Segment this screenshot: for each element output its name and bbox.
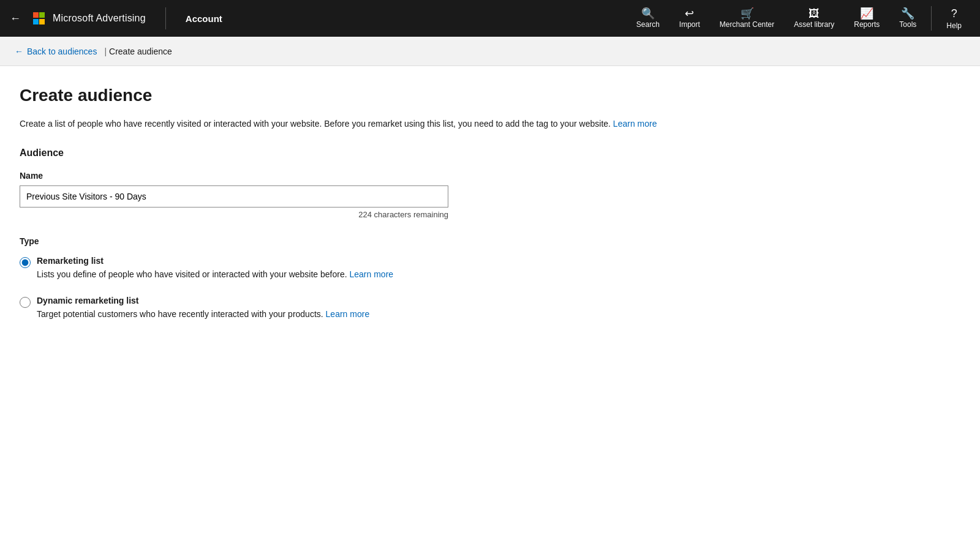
asset-library-label: Asset library <box>794 20 834 29</box>
breadcrumb-bar: ← Back to audiences | Create audience <box>0 37 980 66</box>
nav-item-tools[interactable]: 🔧 Tools <box>891 4 925 32</box>
tools-label: Tools <box>899 20 916 29</box>
remarketing-label: Remarketing list <box>37 256 393 266</box>
merchant-center-label: Merchant Center <box>720 20 774 29</box>
radio-option-remarketing: Remarketing list Lists you define of peo… <box>20 256 710 281</box>
audience-section-title: Audience <box>20 148 710 159</box>
remarketing-learn-more-link[interactable]: Learn more <box>350 269 394 279</box>
radio-option-dynamic-remarketing: Dynamic remarketing list Target potentia… <box>20 296 710 321</box>
nav-item-asset-library[interactable]: 🖼 Asset library <box>785 4 843 32</box>
description-learn-more-link[interactable]: Learn more <box>613 119 657 129</box>
main-content: Create audience Create a list of people … <box>0 66 735 372</box>
asset-library-icon: 🖼 <box>809 8 820 19</box>
remarketing-content: Remarketing list Lists you define of peo… <box>37 256 393 281</box>
nav-item-import[interactable]: ↩ Import <box>671 4 709 32</box>
name-input[interactable] <box>20 185 448 208</box>
nav-left: ← Microsoft Advertising Account <box>10 7 222 29</box>
brand-name: Microsoft Advertising <box>53 13 146 24</box>
help-icon: ? <box>951 7 957 20</box>
dynamic-remarketing-radio[interactable] <box>20 297 31 308</box>
remarketing-radio[interactable] <box>20 257 31 268</box>
remarketing-description: Lists you define of people who have visi… <box>37 268 393 281</box>
help-label: Help <box>946 21 962 30</box>
type-label: Type <box>20 236 710 246</box>
char-remaining: 224 characters remaining <box>20 210 448 219</box>
nav-back-arrow[interactable]: ← <box>10 12 21 25</box>
import-icon: ↩ <box>685 8 694 19</box>
nav-account[interactable]: Account <box>186 13 222 24</box>
name-field: Name 224 characters remaining <box>20 171 710 219</box>
page-description: Create a list of people who have recentl… <box>20 118 710 130</box>
top-navigation: ← Microsoft Advertising Account 🔍 Search… <box>0 0 980 37</box>
nav-divider <box>165 7 166 29</box>
nav-item-merchant-center[interactable]: 🛒 Merchant Center <box>711 4 783 32</box>
back-to-audiences-link[interactable]: ← Back to audiences <box>10 44 102 59</box>
nav-item-search[interactable]: 🔍 Search <box>628 4 668 32</box>
microsoft-logo <box>33 12 45 24</box>
page-title: Create audience <box>20 86 710 105</box>
reports-label: Reports <box>854 20 880 29</box>
nav-right-divider <box>931 6 932 31</box>
type-section: Type Remarketing list Lists you define o… <box>20 236 710 321</box>
search-icon: 🔍 <box>641 8 655 19</box>
breadcrumb-separator: | <box>104 47 107 56</box>
dynamic-remarketing-learn-more-link[interactable]: Learn more <box>326 309 370 319</box>
merchant-center-icon: 🛒 <box>741 8 754 19</box>
nav-item-reports[interactable]: 📈 Reports <box>845 4 888 32</box>
back-arrow-icon: ← <box>15 47 23 56</box>
tools-icon: 🔧 <box>901 8 914 19</box>
dynamic-remarketing-label: Dynamic remarketing list <box>37 296 369 305</box>
dynamic-remarketing-description: Target potential customers who have rece… <box>37 308 369 321</box>
search-label: Search <box>636 20 660 29</box>
nav-item-help[interactable]: ? Help <box>938 4 970 34</box>
nav-right: 🔍 Search ↩ Import 🛒 Merchant Center 🖼 As… <box>628 4 970 34</box>
dynamic-remarketing-content: Dynamic remarketing list Target potentia… <box>37 296 369 321</box>
reports-icon: 📈 <box>860 8 873 19</box>
name-label: Name <box>20 171 710 181</box>
back-to-audiences-label: Back to audiences <box>27 47 97 56</box>
breadcrumb-current: Create audience <box>109 47 172 56</box>
import-label: Import <box>679 20 700 29</box>
